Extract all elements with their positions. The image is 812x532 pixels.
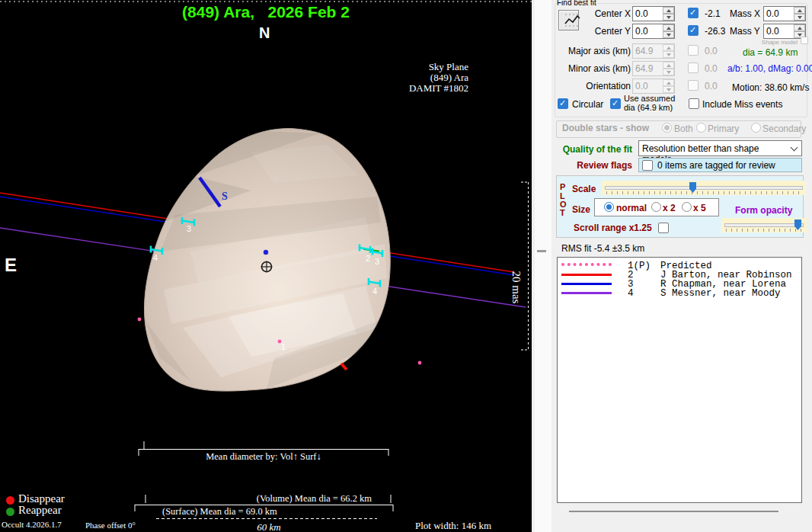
center-x-input[interactable]: 0.0 (632, 6, 675, 21)
review-flags-checkbox[interactable] (642, 160, 653, 171)
scale-slider-ticks (606, 191, 801, 194)
size-x2-radio[interactable] (651, 202, 661, 212)
shape-model-label: Shape model (750, 39, 798, 46)
legend-swatch-messner (561, 292, 612, 294)
legend-swatch-predicted (561, 263, 612, 266)
form-opacity-label: Form opacity (735, 205, 792, 216)
orientation-label: Orientation (566, 81, 631, 91)
scroll-range-checkbox[interactable] (658, 223, 669, 233)
splitter-grip-icon (537, 250, 546, 252)
review-flags-field: 0 items are tagged for review (638, 158, 802, 172)
shape-model-checkbox[interactable] (801, 37, 808, 44)
legend-name[interactable]: S Messner, near Moody (660, 288, 781, 299)
chord-label-left-4: 4 (153, 253, 158, 262)
legend-swatch-barton (561, 274, 612, 276)
review-flags-text: 0 items are tagged for review (657, 160, 775, 171)
sky-plane-plot[interactable]: (849) Ara, 2026 Feb 2 N E Sky Plane (849… (0, 0, 532, 532)
mass-x-down-icon[interactable] (794, 14, 805, 21)
scroll-range-label: Scroll range x1.25 (574, 223, 652, 233)
center-y-fit-checkbox[interactable] (688, 25, 699, 36)
double-stars-label: Double stars - show (562, 123, 649, 133)
size-normal-radio[interactable] (604, 202, 614, 212)
center-x-fit-checkbox[interactable] (688, 8, 699, 18)
double-stars-both-radio (662, 123, 672, 133)
quality-of-fit-dropdown[interactable]: Resolution better than shape models (638, 140, 802, 156)
orientation-fit-checkbox (688, 80, 699, 91)
disappear-dot-icon (6, 496, 14, 505)
center-y-up-icon[interactable] (663, 24, 674, 31)
chord-label-right-4: 4 (372, 287, 377, 296)
form-opacity-slider[interactable] (721, 218, 807, 232)
minor-axis-input: 64.9 (632, 61, 675, 76)
center-y-label: Center Y (585, 26, 631, 37)
rms-fit-text: RMS fit -5.4 ±3.5 km (561, 243, 644, 254)
center-y-fit-value: -26.3 (705, 26, 725, 37)
model-center-dot (264, 250, 268, 255)
plot-controls-group: P L O T Scale Size normal x 2 x 5 Form o… (556, 175, 804, 238)
mas-scale-label: 20 mas (510, 230, 523, 345)
east-label: E (5, 255, 17, 276)
center-y-down-icon[interactable] (663, 31, 674, 38)
phase-offset-label: Phase offset 0° (85, 521, 136, 530)
use-assumed-label-line1: Use assumed (624, 94, 675, 103)
minor-axis-fit-value: 0.0 (705, 63, 718, 74)
major-axis-fit-checkbox (688, 45, 699, 56)
chord-legend-list[interactable]: 1(P) Predicted 2 J Barton, near Robinson… (557, 257, 802, 503)
size-label: Size (572, 204, 590, 215)
panel-splitter[interactable] (535, 0, 551, 532)
disappear-event-tick (341, 364, 347, 370)
bottom-divider (569, 511, 778, 512)
reappear-dot-icon (6, 508, 14, 516)
orientation-fit-value: 0.0 (705, 81, 718, 91)
chord-label-right-2: 2 (366, 254, 370, 263)
major-axis-fit-value: 0.0 (705, 46, 718, 56)
control-panel: Find best fit Center X 0.0 -2.1 Mass X 0… (532, 0, 812, 532)
mass-x-up-icon[interactable] (794, 7, 805, 14)
major-axis-input: 64.9 (632, 43, 675, 59)
use-assumed-label-line2: dia (64.9 km) (624, 103, 673, 112)
motion-text: Motion: 38.60 km/s (732, 82, 809, 93)
mass-y-up-icon[interactable] (794, 24, 805, 31)
size-option-box: normal x 2 x 5 (594, 198, 719, 216)
surface-mean-dia-caption: (Surface) Mean dia = 69.0 km (162, 506, 277, 518)
center-x-fit-value: -2.1 (705, 8, 721, 19)
size-x5-radio[interactable] (682, 202, 692, 212)
minor-axis-fit-checkbox (688, 62, 699, 73)
circular-label: Circular (572, 99, 603, 110)
center-x-down-icon[interactable] (663, 14, 674, 21)
center-x-label: Center X (585, 8, 631, 19)
double-stars-secondary-radio (751, 123, 761, 133)
size-x5-label: x 5 (693, 203, 706, 213)
ab-dmag-text: a/b: 1.00, dMag: 0.00 (727, 63, 812, 74)
form-opacity-ticks (726, 229, 802, 232)
north-label: N (259, 24, 270, 42)
asteroid-shape-model (144, 129, 390, 391)
fit-plot-button[interactable] (558, 10, 579, 30)
major-axis-label: Major axis (km) (566, 46, 631, 56)
plot-title: (849) Ara, 2026 Feb 2 (0, 3, 532, 21)
reappear-label: Reappear (18, 504, 62, 517)
mass-y-input[interactable]: 0.0 (763, 24, 806, 39)
use-assumed-dia-checkbox[interactable] (610, 98, 621, 109)
mass-x-label: Mass X (730, 8, 760, 19)
scale-slider-track (605, 186, 803, 190)
plot-letter-p: P (560, 182, 565, 191)
mean-diameter-caption: Mean diameter by: Vol↑ Surf↓ (139, 451, 388, 463)
scale-slider[interactable] (602, 181, 806, 195)
legend-swatch-chapman (561, 283, 612, 285)
center-y-input[interactable]: 0.0 (632, 24, 675, 39)
chord-label-right-3: 3 (375, 257, 379, 266)
minor-axis-label: Minor axis (km) (566, 63, 631, 74)
scale-label: Scale (572, 184, 596, 194)
chevron-down-icon (791, 144, 798, 152)
predicted-chord-label: 1 (281, 342, 286, 351)
size-normal-label: normal (616, 203, 647, 213)
circular-checkbox[interactable] (558, 98, 568, 109)
spin-axis-label: S (222, 191, 228, 203)
center-x-up-icon[interactable] (663, 7, 674, 14)
find-best-fit-label: Find best fit (557, 0, 596, 7)
review-flags-label: Review flags (555, 160, 632, 171)
include-miss-events-checkbox[interactable] (689, 98, 699, 109)
scale-bar-label: 60 km (242, 521, 296, 532)
mass-x-input[interactable]: 0.0 (763, 6, 806, 21)
